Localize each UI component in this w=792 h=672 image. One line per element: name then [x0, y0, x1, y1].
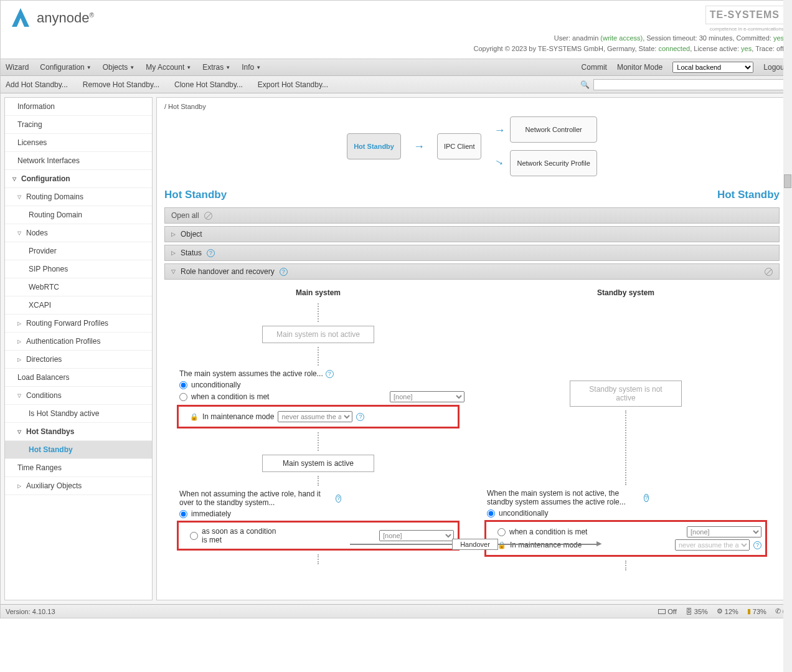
help-icon[interactable]: ?: [336, 495, 341, 503]
commit-button[interactable]: Commit: [582, 63, 607, 72]
deny-icon: [204, 212, 212, 220]
status-battery: ▮73%: [747, 607, 766, 615]
sidebar-item-tracing[interactable]: Tracing: [5, 116, 152, 134]
handover-label: Handover: [452, 539, 498, 550]
sidebar-item-label: Is Hot Standby active: [29, 409, 99, 418]
sidebar-item-authentication-profiles[interactable]: ▷Authentication Profiles: [5, 333, 152, 351]
standby-condition-select[interactable]: [none]: [687, 526, 761, 537]
copyright-line: Copyright © 2023 by TE-SYSTEMS GmbH, Ger…: [474, 44, 784, 54]
scrollbar[interactable]: [783, 0, 792, 618]
highlight-maintenance-main: 🔒 In maintenance mode never assume the a…: [177, 405, 460, 428]
menu-objects[interactable]: Objects▼: [103, 63, 135, 72]
maintenance-select-standby[interactable]: never assume the a...: [675, 539, 750, 551]
radio-immediately[interactable]: [179, 510, 187, 518]
diagram-ipc-client[interactable]: IPC Client: [437, 133, 482, 159]
monitor-mode-button[interactable]: Monitor Mode: [617, 63, 662, 72]
phone-icon: ✆: [775, 607, 781, 615]
chevron-right-icon: ▷: [17, 357, 24, 362]
arrow-right-icon: →: [491, 154, 507, 171]
sidebar-item-load-balancers[interactable]: Load Balancers: [5, 369, 152, 387]
sidebar-item-network-interfaces[interactable]: Network Interfaces: [5, 152, 152, 170]
radio-standby-when-condition[interactable]: [497, 528, 506, 536]
sidebar-item-provider[interactable]: Provider: [5, 242, 152, 260]
maintenance-select-main[interactable]: never assume the a...: [278, 411, 352, 422]
chevron-down-icon: ▼: [256, 65, 261, 70]
sidebar-item-webrtc[interactable]: WebRTC: [5, 278, 152, 296]
sidebar-item-information[interactable]: Information: [5, 98, 152, 116]
sidebar-item-label: Time Ranges: [17, 463, 62, 472]
sidebar-item-conditions[interactable]: ▽Conditions: [5, 387, 152, 405]
status-disk: 🗄35%: [686, 608, 708, 615]
sidebar-item-label: Tracing: [17, 120, 42, 129]
sidebar-item-time-ranges[interactable]: Time Ranges: [5, 459, 152, 477]
main-active-box: Main system is active: [262, 455, 374, 472]
export-hot-standby-button[interactable]: Export Hot Standby...: [258, 80, 328, 89]
sidebar-item-routing-forward-profiles[interactable]: ▷Routing Forward Profiles: [5, 315, 152, 333]
page-title: Hot Standby: [164, 189, 227, 201]
version-label: Version: 4.10.13: [6, 608, 55, 615]
menu-wizard[interactable]: Wizard: [6, 63, 29, 72]
user-status-line: User: anadmin (write access), Session ti…: [474, 33, 784, 44]
sidebar-item-licenses[interactable]: Licenses: [5, 134, 152, 152]
clone-hot-standby-button[interactable]: Clone Hot Standby...: [174, 80, 243, 89]
sidebar-item-configuration[interactable]: ▽Configuration: [5, 170, 152, 188]
add-hot-standby-button[interactable]: Add Hot Standby...: [6, 80, 68, 89]
menu-extras[interactable]: Extras▼: [202, 63, 230, 72]
diagram-network-controller[interactable]: Network Controller: [510, 116, 596, 143]
open-all-button[interactable]: Open all: [164, 207, 780, 224]
accordion-status[interactable]: ▷ Status ?: [164, 245, 780, 261]
sidebar-item-hot-standby[interactable]: Hot Standby: [5, 441, 152, 459]
diagram-hot-standby[interactable]: Hot Standby: [347, 133, 401, 159]
nav-diagram: Hot Standby → IPC Client → → Network Con…: [164, 116, 780, 176]
menu-info[interactable]: Info▼: [242, 63, 261, 72]
arrow-right-icon: →: [494, 124, 505, 137]
sidebar-item-is-hot-standby-active[interactable]: Is Hot Standby active: [5, 405, 152, 423]
sidebar-item-label: Routing Domains: [26, 192, 83, 201]
sidebar-item-directories[interactable]: ▷Directories: [5, 351, 152, 369]
sidebar-item-xcapi[interactable]: XCAPI: [5, 296, 152, 315]
remove-hot-standby-button[interactable]: Remove Hot Standby...: [83, 80, 159, 89]
sidebar-item-routing-domains[interactable]: ▽Routing Domains: [5, 188, 152, 206]
main-not-active-box: Main system is not active: [262, 326, 374, 343]
backend-select[interactable]: Local backend: [672, 62, 753, 73]
brand-name: anynode: [37, 10, 89, 26]
sidebar-item-label: Nodes: [26, 229, 48, 237]
chevron-down-icon: ▽: [17, 393, 24, 399]
search-input[interactable]: [593, 79, 786, 90]
handover-text: When not assuming the active role, hand …: [179, 490, 341, 507]
help-icon[interactable]: ?: [644, 494, 649, 502]
sidebar-item-label: Directories: [26, 355, 62, 364]
chevron-right-icon: ▷: [17, 339, 24, 344]
menu-my-account[interactable]: My Account▼: [146, 63, 191, 72]
chevron-down-icon: ▼: [186, 65, 191, 70]
menu-configuration[interactable]: Configuration▼: [40, 63, 91, 72]
page-subtitle: Hot Standby: [717, 189, 780, 201]
help-icon[interactable]: ?: [326, 370, 334, 378]
accordion-role-handover[interactable]: ▽ Role handover and recovery ?: [164, 263, 780, 280]
radio-as-soon-condition[interactable]: [190, 532, 198, 540]
logo-icon: [8, 6, 33, 31]
chevron-down-icon: ▼: [130, 65, 134, 70]
sidebar-item-label: Authentication Profiles: [26, 337, 100, 346]
help-icon[interactable]: ?: [207, 249, 215, 257]
diagram-network-security-profile[interactable]: Network Security Profile: [510, 150, 596, 176]
chevron-down-icon: ▽: [17, 429, 24, 435]
sidebar-item-hot-standbys[interactable]: ▽Hot Standbys: [5, 423, 152, 441]
sidebar-item-routing-domain[interactable]: Routing Domain: [5, 206, 152, 224]
chevron-right-icon: ▷: [171, 231, 176, 237]
sidebar-item-auxiliary-objects[interactable]: ▷Auxiliary Objects: [5, 477, 152, 495]
sidebar-item-label: Configuration: [21, 174, 70, 183]
radio-unconditionally[interactable]: [179, 381, 187, 389]
radio-standby-unconditionally[interactable]: [487, 509, 495, 518]
sidebar-item-sip-phones[interactable]: SIP Phones: [5, 260, 152, 278]
accordion-object[interactable]: ▷ Object: [164, 226, 780, 242]
sidebar-item-nodes[interactable]: ▽Nodes: [5, 224, 152, 242]
radio-when-condition[interactable]: [179, 393, 187, 401]
standby-not-active-box: Standby system is not active: [570, 381, 682, 407]
help-icon[interactable]: ?: [753, 541, 761, 549]
condition-select[interactable]: [none]: [390, 391, 464, 402]
help-icon[interactable]: ?: [356, 413, 364, 421]
sidebar-item-label: Routing Domain: [29, 211, 82, 219]
help-icon[interactable]: ?: [280, 268, 288, 276]
scroll-thumb[interactable]: [784, 174, 791, 188]
